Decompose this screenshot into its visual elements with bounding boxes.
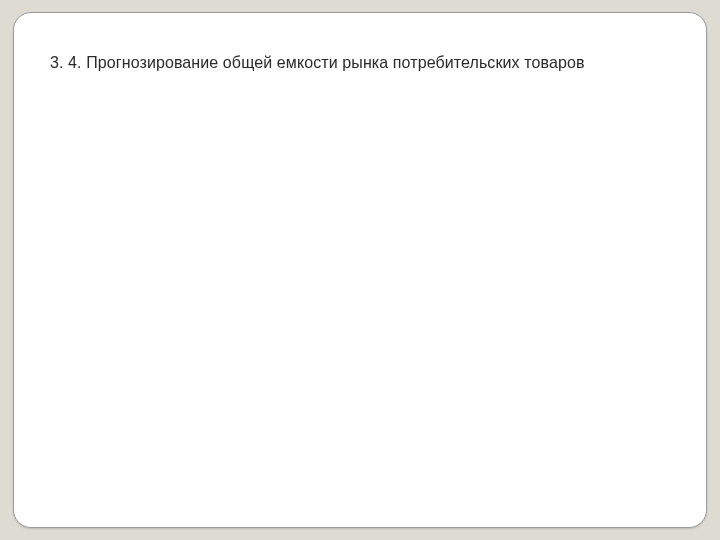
- slide-title: 3. 4. Прогнозирование общей емкости рынк…: [50, 53, 670, 74]
- slide-frame: 3. 4. Прогнозирование общей емкости рынк…: [13, 12, 707, 528]
